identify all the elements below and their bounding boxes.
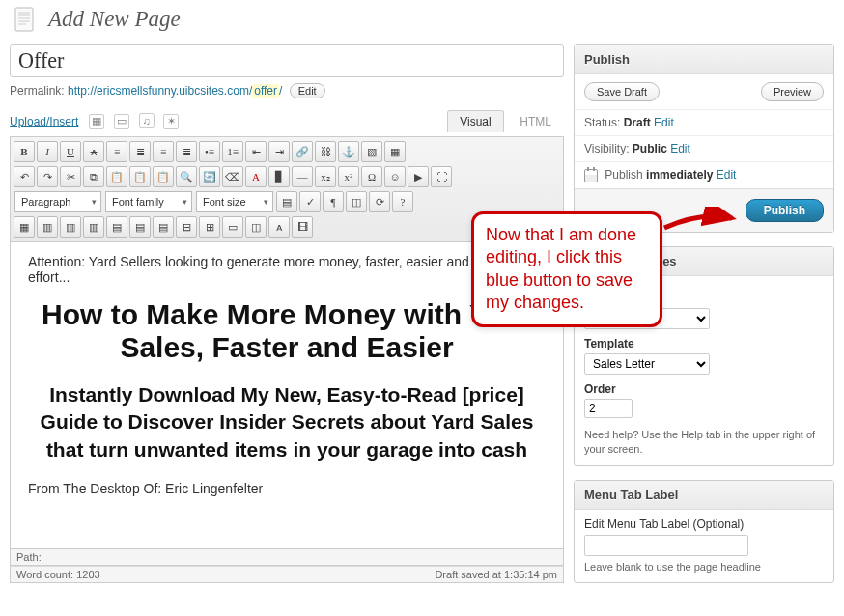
table-button[interactable]: ▦ (14, 216, 35, 238)
tab-visual[interactable]: Visual (447, 110, 503, 132)
col-before-button[interactable]: ▤ (106, 216, 127, 238)
calendar-icon (584, 169, 598, 182)
unlink-button[interactable]: ⛓ (315, 141, 336, 162)
styles-button[interactable]: ▤ (276, 191, 297, 212)
align-right-button[interactable]: ≡ (153, 141, 174, 162)
link-button[interactable]: 🔗 (292, 141, 313, 162)
help-button[interactable]: ? (392, 191, 413, 212)
content-headline: How to Make More Money with Yard Sales, … (28, 298, 546, 364)
merge-cells-button[interactable]: ⊞ (199, 216, 220, 238)
fullscreen-button[interactable]: ⛶ (431, 166, 452, 187)
schedule-row: Publish immediately Edit (575, 161, 833, 188)
visualaid-button[interactable]: ◫ (346, 191, 367, 212)
bold-button[interactable]: B (14, 141, 35, 162)
indent-button[interactable]: ⇥ (268, 141, 290, 162)
upload-insert-link[interactable]: Upload/Insert (10, 115, 78, 128)
cell-props-button[interactable]: ◫ (245, 216, 267, 238)
edit-permalink-button[interactable]: Edit (290, 83, 325, 98)
post-title-input[interactable] (10, 44, 564, 77)
publish-box-title: Publish (575, 45, 833, 74)
fontsize-select[interactable]: Font size (196, 191, 273, 212)
delete-col-button[interactable]: ▤ (153, 216, 174, 238)
edit-visibility-link[interactable]: Edit (670, 142, 690, 155)
permalink-row: Permalink: http://ericsmellsfunny.uibcsi… (10, 83, 564, 98)
spellcheck-button[interactable]: ✓ (299, 191, 321, 212)
find-button[interactable]: 🔍 (176, 166, 197, 187)
anchor-button[interactable]: ⚓ (338, 141, 359, 162)
format-select[interactable]: Paragraph (14, 191, 101, 212)
editor-tabs: Visual HTML (447, 110, 564, 132)
underline-button[interactable]: U (60, 141, 81, 162)
paste-text-button[interactable]: 📋 (129, 166, 151, 187)
redo-button[interactable]: ↷ (37, 166, 58, 187)
order-label: Order (584, 382, 824, 396)
media-icons: ▦ ▭ ♫ ✶ (86, 113, 182, 129)
align-left-button[interactable]: ≡ (106, 141, 127, 162)
annotation-callout: Now that I am done editing, I click this… (471, 211, 662, 327)
permalink-link[interactable]: http://ericsmellsfunny.uibcsites.com/off… (68, 84, 282, 98)
paste-word-button[interactable]: 📋 (153, 166, 174, 187)
align-center-button[interactable]: ≣ (129, 141, 151, 162)
delete-row-button[interactable]: ▥ (83, 216, 104, 238)
fontfamily-select[interactable]: Font family (105, 191, 192, 212)
split-cells-button[interactable]: ⊟ (176, 216, 197, 238)
visibility-row: Visibility: Public Edit (575, 135, 833, 161)
media-button[interactable]: ▶ (408, 166, 429, 187)
save-draft-button[interactable]: Save Draft (584, 82, 660, 101)
permalink-slug: offer (252, 84, 279, 98)
content-from: From The Desktop Of: Eric Lingenfelter (28, 481, 546, 496)
undo-button[interactable]: ↶ (14, 166, 35, 187)
cleanup-button[interactable]: ⟳ (369, 191, 390, 212)
row-before-button[interactable]: ▥ (37, 216, 58, 238)
menu-tab-box-title: Menu Tab Label (575, 481, 833, 510)
remove-format-button[interactable]: ⌫ (222, 166, 243, 187)
image-button[interactable]: ▧ (361, 141, 382, 162)
more-button[interactable]: ▦ (384, 141, 406, 162)
hr-button[interactable]: ― (292, 166, 313, 187)
sup-button[interactable]: x² (338, 166, 359, 187)
backcolor-button[interactable]: ▊ (268, 166, 290, 187)
emoticon-button[interactable]: ☺ (384, 166, 406, 187)
preview-button[interactable]: Preview (761, 82, 824, 101)
add-audio-icon[interactable]: ♫ (139, 113, 155, 128)
permalink-label: Permalink: (10, 84, 65, 98)
media-row: Upload/Insert ▦ ▭ ♫ ✶ Visual HTML (10, 110, 564, 132)
paste-button[interactable]: 📋 (106, 166, 127, 187)
page-icon (10, 4, 41, 35)
align-full-button[interactable]: ≣ (176, 141, 197, 162)
row-after-button[interactable]: ▥ (60, 216, 81, 238)
cut-button[interactable]: ✂ (60, 166, 81, 187)
bullet-list-button[interactable]: •≡ (199, 141, 220, 162)
replace-button[interactable]: 🔄 (199, 166, 220, 187)
abbr-button[interactable]: ᴀ (268, 216, 290, 238)
strike-button[interactable]: ᴀ (83, 141, 104, 162)
add-media-icon[interactable]: ✶ (163, 114, 179, 129)
attributes-help: Need help? Use the Help tab in the upper… (584, 428, 824, 458)
copy-button[interactable]: ⧉ (83, 166, 104, 187)
outdent-button[interactable]: ⇤ (245, 141, 267, 162)
visualchars-button[interactable]: ¶ (323, 191, 344, 212)
charmap-button[interactable]: Ω (361, 166, 382, 187)
col-after-button[interactable]: ▤ (129, 216, 151, 238)
number-list-button[interactable]: 1≡ (222, 141, 243, 162)
menu-tab-input[interactable] (584, 535, 748, 556)
edit-schedule-link[interactable]: Edit (717, 168, 737, 182)
forecolor-button[interactable]: A (245, 166, 267, 187)
add-video-icon[interactable]: ▭ (114, 114, 129, 129)
tab-html[interactable]: HTML (507, 110, 564, 132)
template-label: Template (584, 337, 824, 350)
row-props-button[interactable]: ▭ (222, 216, 243, 238)
publish-button[interactable]: Publish (746, 199, 824, 222)
edit-status-link[interactable]: Edit (654, 116, 674, 129)
page-title: Add New Page (48, 7, 181, 32)
annotation-arrow-icon (662, 207, 740, 236)
italic-button[interactable]: I (37, 141, 58, 162)
publish-box: Publish Save Draft Preview Status: Draft… (574, 44, 834, 233)
order-input[interactable] (584, 399, 633, 418)
autosave-status: Draft saved at 1:35:14 pm (435, 569, 557, 580)
menu-tab-box: Menu Tab Label Edit Menu Tab Label (Opti… (574, 480, 834, 583)
sub-button[interactable]: x₂ (315, 166, 336, 187)
template-select[interactable]: Sales Letter (584, 353, 710, 375)
movie-button[interactable]: 🎞 (292, 216, 313, 238)
add-image-icon[interactable]: ▦ (89, 114, 104, 129)
